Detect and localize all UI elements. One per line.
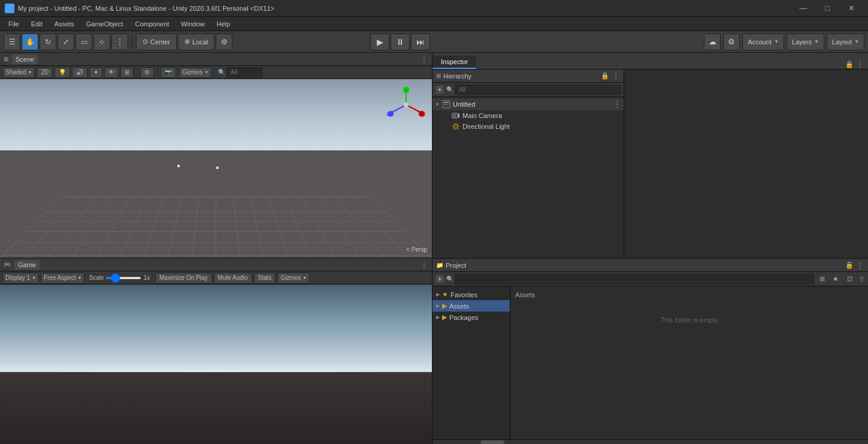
project-add-button[interactable]: + bbox=[435, 274, 444, 284]
pivot-local-button[interactable]: ⊕ Local bbox=[178, 34, 214, 50]
hand-tool-button[interactable]: ☰ bbox=[4, 34, 20, 50]
project-panel: 📁 Project 🔒 ⋮ + 🔍 ⊞ ★ ⊡ 9 bbox=[433, 258, 868, 444]
scene-grid-button[interactable]: ⊞ bbox=[120, 67, 134, 78]
project-tree-favorites[interactable]: ▶ ★ Favorites bbox=[433, 289, 510, 300]
inspector-tab[interactable]: Inspector bbox=[433, 56, 476, 69]
inspector-lock-icon[interactable]: 🔒 bbox=[845, 61, 854, 68]
pivot-icon: ⊙ bbox=[143, 38, 148, 46]
game-viewport[interactable] bbox=[0, 285, 432, 444]
project-tree-packages[interactable]: ▶ ▶ Packages bbox=[433, 312, 510, 323]
project-sidebar: ▶ ★ Favorites ▶ ▶ Assets ▶ ▶ Packages bbox=[433, 286, 510, 439]
menu-gameobject[interactable]: GameObject bbox=[80, 17, 129, 31]
layers-dropdown-arrow: ▼ bbox=[814, 39, 819, 44]
scene-light-button[interactable]: 💡 bbox=[55, 67, 70, 78]
project-scrollbar[interactable] bbox=[433, 439, 868, 444]
rotate-tool-button[interactable]: ↻ bbox=[40, 34, 56, 50]
display-dropdown[interactable]: Display 1 ▼ bbox=[2, 273, 39, 283]
scene-hidden-button[interactable]: 👁 bbox=[104, 67, 119, 78]
pause-button[interactable]: ⏸ bbox=[391, 34, 410, 50]
scene-fx-button[interactable]: ✦ bbox=[89, 67, 102, 78]
account-dropdown[interactable]: Account ▼ bbox=[742, 34, 784, 50]
project-star-filter-button[interactable]: ★ bbox=[830, 274, 842, 285]
custom-tool-button[interactable]: ⋮ bbox=[111, 34, 128, 50]
aspect-dropdown[interactable]: Free Aspect ▼ bbox=[41, 273, 84, 283]
persp-label: < Persp bbox=[406, 246, 427, 253]
untitled-menu-button[interactable]: ⋮ bbox=[613, 99, 621, 109]
hierarchy-item-directional-light[interactable]: Directional Light bbox=[433, 121, 624, 132]
game-panel: 🎮 Game ⋮ Display 1 ▼ Free Aspect ▼ Scale bbox=[0, 258, 432, 444]
hierarchy-item-main-camera[interactable]: Main Camera bbox=[433, 110, 624, 121]
menu-edit[interactable]: Edit bbox=[25, 17, 49, 31]
project-title: Project bbox=[446, 262, 466, 269]
scene-panel-menu-button[interactable]: ⋮ bbox=[420, 55, 428, 64]
assets-arrow-icon: ▶ bbox=[436, 303, 442, 309]
move-tool-button[interactable]: ✋ bbox=[22, 34, 38, 50]
mute-audio-button[interactable]: Mute Audio bbox=[214, 273, 252, 283]
favorites-star-icon: ★ bbox=[442, 291, 448, 298]
toolbar-separator-1 bbox=[132, 35, 132, 49]
game-gizmos-dropdown[interactable]: Gizmos ▼ bbox=[277, 273, 310, 283]
rect-tool-button[interactable]: ▭ bbox=[75, 34, 92, 50]
layers-dropdown[interactable]: Layers ▼ bbox=[787, 34, 824, 50]
scene-viewport[interactable]: X Z < Persp bbox=[0, 79, 432, 258]
scene-audio-button[interactable]: 🔊 bbox=[72, 67, 87, 78]
play-button[interactable]: ▶ bbox=[370, 34, 389, 50]
shading-mode-dropdown[interactable]: Shaded ▼ bbox=[2, 67, 35, 78]
game-sky bbox=[0, 285, 432, 372]
hierarchy-lock-icon[interactable]: 🔒 bbox=[601, 72, 609, 80]
light-icon bbox=[452, 122, 460, 131]
project-search-input[interactable] bbox=[455, 274, 814, 285]
scene-settings-button[interactable]: ⚙ bbox=[140, 67, 154, 78]
extras-button[interactable]: ⚙ bbox=[216, 34, 232, 50]
assets-header-label: Assets bbox=[515, 291, 863, 298]
right-panels: Inspector 🔒 ⋮ ⊞ Hierarchy 🔒 ⋮ bbox=[433, 53, 868, 444]
menu-window[interactable]: Window bbox=[175, 17, 210, 31]
packages-label: Packages bbox=[449, 314, 478, 321]
hierarchy-add-button[interactable]: + bbox=[435, 85, 444, 95]
game-icon: 🎮 bbox=[4, 261, 11, 268]
scene-toolbar-separator bbox=[137, 68, 137, 77]
project-filter-button[interactable]: ⊞ bbox=[816, 274, 828, 285]
menu-component[interactable]: Component bbox=[129, 17, 175, 31]
hierarchy-menu-button[interactable]: ⋮ bbox=[612, 71, 620, 81]
scene-camera-button[interactable]: 📷 bbox=[161, 67, 176, 78]
layout-dropdown[interactable]: Layout ▼ bbox=[827, 34, 864, 50]
gizmos-dropdown[interactable]: Gizmos ▼ bbox=[179, 67, 211, 78]
step-button[interactable]: ⏭ bbox=[411, 34, 430, 50]
scene-tab[interactable]: Scene bbox=[12, 55, 38, 64]
pivot-center-button[interactable]: ⊙ Center bbox=[136, 34, 177, 50]
scale-container: Scale 1x bbox=[89, 274, 150, 281]
stats-button[interactable]: Stats bbox=[254, 273, 276, 283]
menu-file[interactable]: File bbox=[2, 17, 25, 31]
scene-toolbar-separator-2 bbox=[157, 68, 158, 77]
project-menu-button[interactable]: ⋮ bbox=[856, 261, 864, 270]
svg-line-26 bbox=[453, 128, 455, 129]
game-tab[interactable]: Game bbox=[14, 260, 40, 270]
maximize-button[interactable]: □ bbox=[815, 0, 839, 17]
minimize-button[interactable]: — bbox=[791, 0, 815, 17]
menu-assets[interactable]: Assets bbox=[49, 17, 80, 31]
scale-tool-button[interactable]: ⤢ bbox=[58, 34, 74, 50]
scale-label: Scale bbox=[89, 274, 104, 281]
inspector-menu-button[interactable]: ⋮ bbox=[856, 59, 864, 69]
scene-search-input[interactable] bbox=[226, 67, 262, 78]
services-button[interactable]: ⚙ bbox=[723, 34, 740, 50]
project-view-button[interactable]: ⊡ bbox=[843, 274, 855, 285]
scene-2d-button[interactable]: 2D bbox=[37, 67, 53, 78]
cloud-build-button[interactable]: ☁ bbox=[704, 34, 721, 50]
scale-slider[interactable] bbox=[105, 277, 141, 279]
project-tree-assets[interactable]: ▶ ▶ Assets bbox=[433, 300, 510, 312]
menu-help[interactable]: Help bbox=[210, 17, 236, 31]
packages-folder-icon: ▶ bbox=[442, 313, 447, 321]
game-panel-menu-button[interactable]: ⋮ bbox=[420, 260, 428, 270]
maximize-on-play-button[interactable]: Maximize On Play bbox=[155, 273, 212, 283]
hierarchy-item-untitled[interactable]: ▼ Untitled ⋮ bbox=[433, 98, 624, 110]
close-button[interactable]: ✕ bbox=[839, 0, 863, 17]
hierarchy-search-input[interactable] bbox=[455, 84, 621, 95]
local-icon: ⊕ bbox=[185, 38, 190, 46]
transform-tool-button[interactable]: ⊹ bbox=[93, 34, 110, 50]
svg-point-8 bbox=[404, 102, 409, 107]
project-lock-icon[interactable]: 🔒 bbox=[845, 261, 854, 269]
assets-folder-icon: ▶ bbox=[442, 302, 447, 310]
untitled-arrow-icon: ▼ bbox=[435, 102, 442, 107]
